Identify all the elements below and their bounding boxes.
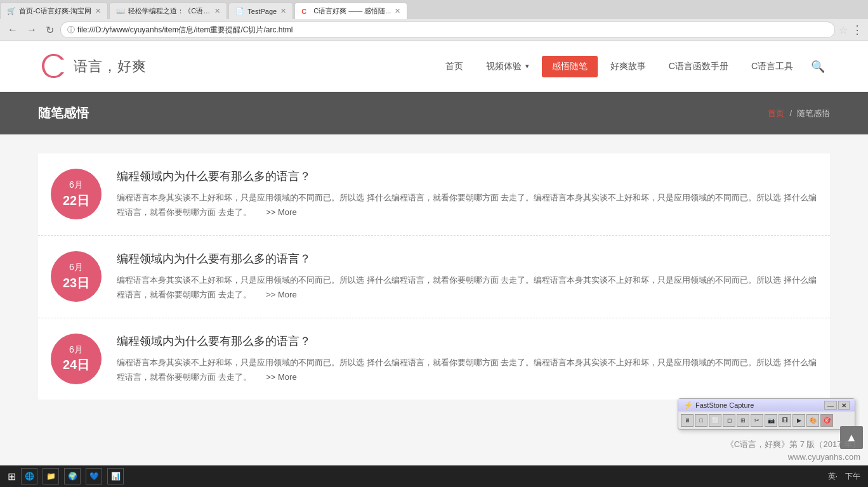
nav-menu: 首页 视频体验 感悟随笔 好爽故事 C语言函数手册 C语言工具 🔍 [435,56,830,77]
tab-3-favicon: 📄 [235,7,244,16]
tab-2-favicon: 📖 [116,7,125,16]
fs-tool-6[interactable]: ✂ [751,414,763,427]
faststone-title-bar: ⚡ FastStone Capture — ✕ [678,399,855,412]
logo[interactable]: 语言，好爽 [38,51,147,82]
breadcrumb: 首页 / 随笔感悟 [768,108,830,119]
date-day-3: 24日 [63,356,89,373]
date-day-2: 23日 [63,274,89,292]
address-bar: ← → ↻ ⓘ file:///D:/yfwww/cyuyanhs/item信息… [0,19,868,41]
logo-text: 语言，好爽 [74,57,147,76]
tab-4-close[interactable]: ✕ [395,7,400,15]
fs-tool-11[interactable]: 🎯 [820,414,833,427]
faststone-app-name: FastStone Capture [695,401,754,409]
date-month-2: 6月 [69,261,83,274]
faststone-window-controls: — ✕ [824,401,850,410]
date-day-1: 22日 [63,192,89,209]
tab-1[interactable]: 🛒 首页-C语言好爽-淘宝网 ✕ [0,3,108,19]
article-body-1: 编程领域内为什么要有那么多的语言？ 编程语言本身其实谈不上好和坏，只是应用领域的… [117,169,817,220]
faststone-toolbar: 🖥 □ ⬜ ◻ ⊞ ✂ 📷 🎞 ▶ 🎨 🎯 [678,412,855,429]
nav-stories[interactable]: 好爽故事 [600,56,656,77]
article-item-2: 6月 23日 编程领域内为什么要有那么多的语言？ 编程语言本身其实谈不上好和坏，… [38,236,830,318]
fs-tool-2[interactable]: □ [695,414,707,427]
breadcrumb-section: 随笔感悟 首页 / 随笔感悟 [0,92,868,134]
tab-4-favicon: C [301,7,310,16]
page-title: 随笔感悟 [38,105,89,122]
search-button[interactable]: 🔍 [806,57,830,76]
faststone-logo-icon: ⚡ [683,401,693,410]
browser-menu-button[interactable]: ⋮ [852,23,863,37]
browser-chrome: 🛒 首页-C语言好爽-淘宝网 ✕ 📖 轻松学编程之道：《C语...》 ✕ 📄 T… [0,0,868,41]
logo-svg [38,51,70,82]
article-more-link-3[interactable]: >> More [266,372,296,382]
tab-bar: 🛒 首页-C语言好爽-淘宝网 ✕ 📖 轻松学编程之道：《C语...》 ✕ 📄 T… [0,0,868,19]
article-title-1[interactable]: 编程领域内为什么要有那么多的语言？ [117,169,817,184]
fs-tool-10[interactable]: 🎨 [806,414,819,427]
nav-tools[interactable]: C语言工具 [741,56,803,77]
faststone-close-button[interactable]: ✕ [838,401,850,410]
url-text: file:///D:/yfwww/cyuyanhs/item信息/item重要提… [77,25,293,36]
nav-insights[interactable]: 感悟随笔 [542,56,598,77]
article-excerpt-3: 编程语言本身其实谈不上好和坏，只是应用领域的不同而已。所以选 择什么编程语言，就… [117,355,817,385]
date-badge-1: 6月 22日 [51,169,102,219]
faststone-minimize-button[interactable]: — [824,401,837,410]
bookmark-button[interactable]: ☆ [839,24,848,36]
article-body-2: 编程领域内为什么要有那么多的语言？ 编程语言本身其实谈不上好和坏，只是应用领域的… [117,251,817,302]
breadcrumb-separator: / [789,108,792,118]
breadcrumb-home-link[interactable]: 首页 [768,108,784,119]
article-body-3: 编程领域内为什么要有那么多的语言？ 编程语言本身其实谈不上好和坏，只是应用领域的… [117,334,817,385]
tab-4[interactable]: C C语言好爽 —— 感悟随... ✕ [294,3,407,19]
forward-button[interactable]: → [24,23,39,37]
fs-tool-4[interactable]: ◻ [723,414,735,427]
fs-tool-9[interactable]: ▶ [792,414,805,427]
tab-3[interactable]: 📄 TestPage ✕ [228,3,293,19]
article-title-2[interactable]: 编程领域内为什么要有那么多的语言？ [117,251,817,266]
site-header: 语言，好爽 首页 视频体验 感悟随笔 好爽故事 C语言函数手册 C语言工具 🔍 [0,41,868,92]
date-badge-3: 6月 24日 [51,334,102,384]
article-excerpt-1: 编程语言本身其实谈不上好和坏，只是应用领域的不同而已。所以选 择什么编程语言，就… [117,190,817,220]
refresh-button[interactable]: ↻ [43,23,56,37]
faststone-widget: ⚡ FastStone Capture — ✕ 🖥 □ ⬜ ◻ ⊞ ✂ 📷 🎞 … [678,398,855,430]
back-button[interactable]: ← [5,23,20,37]
fs-tool-1[interactable]: 🖥 [681,414,694,427]
article-more-link-2[interactable]: >> More [266,290,296,299]
fs-tool-8[interactable]: 🎞 [779,414,791,427]
tab-4-title: C语言好爽 —— 感悟随... [313,6,391,16]
nav-video[interactable]: 视频体验 [476,56,539,77]
nav-home[interactable]: 首页 [435,56,473,77]
date-badge-2: 6月 23日 [51,251,102,302]
article-more-link-1[interactable]: >> More [266,207,296,217]
tab-1-title: 首页-C语言好爽-淘宝网 [19,6,91,16]
article-item-1: 6月 22日 编程领域内为什么要有那么多的语言？ 编程语言本身其实谈不上好和坏，… [38,153,830,236]
faststone-title-text: ⚡ FastStone Capture [683,401,754,410]
lock-icon: ⓘ [67,25,75,36]
date-month-1: 6月 [69,179,83,192]
tab-2-close[interactable]: ✕ [214,7,220,15]
tab-1-favicon: 🛒 [7,7,16,16]
scroll-top-button[interactable]: ▲ [840,426,863,449]
breadcrumb-current: 随笔感悟 [797,108,830,119]
fs-tool-5[interactable]: ⊞ [737,414,749,427]
tab-1-close[interactable]: ✕ [95,7,101,15]
nav-reference[interactable]: C语言函数手册 [659,56,739,77]
url-box[interactable]: ⓘ file:///D:/yfwww/cyuyanhs/item信息/item重… [60,22,835,38]
tab-2[interactable]: 📖 轻松学编程之道：《C语...》 ✕ [109,3,227,19]
tab-3-close[interactable]: ✕ [280,7,286,15]
fs-tool-7[interactable]: 📷 [765,414,777,427]
fs-tool-3[interactable]: ⬜ [709,414,721,427]
tab-3-title: TestPage [247,8,277,15]
article-item-3: 6月 24日 编程领域内为什么要有那么多的语言？ 编程语言本身其实谈不上好和坏，… [38,318,830,400]
article-title-3[interactable]: 编程领域内为什么要有那么多的语言？ [117,334,817,349]
tab-2-title: 轻松学编程之道：《C语...》 [128,6,211,16]
date-month-3: 6月 [69,344,83,356]
article-excerpt-2: 编程语言本身其实谈不上好和坏，只是应用领域的不同而已。所以选 择什么编程语言，就… [117,273,817,302]
